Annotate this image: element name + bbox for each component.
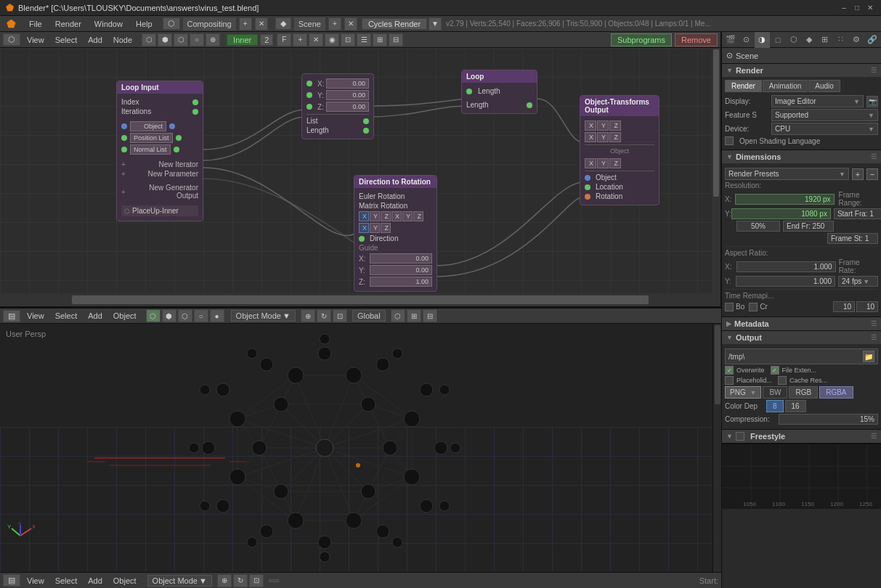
menu-help[interactable]: Help <box>130 18 158 30</box>
bottom-transform-orient[interactable] <box>269 579 279 582</box>
bottom-object[interactable]: Object <box>109 575 141 587</box>
node-extra-btn6[interactable]: ☰ <box>357 33 371 46</box>
border-checkbox[interactable] <box>725 303 734 311</box>
bottom-select[interactable]: Select <box>51 575 82 587</box>
end-frame-field[interactable]: End Fr: 250 <box>783 221 834 232</box>
node-extra-btn2[interactable]: + <box>293 33 307 46</box>
editor1-type-btn[interactable]: ⬡ <box>163 17 180 30</box>
rp-tab-render[interactable]: 🎬 <box>723 32 739 48</box>
vp-v-thumb[interactable] <box>715 325 720 404</box>
bottom-btn2[interactable]: ↻ <box>233 574 248 587</box>
dr-y-val[interactable]: 0.00 <box>370 265 432 275</box>
poslist-field[interactable]: Position List <box>130 133 173 143</box>
vp-btn3[interactable]: ⊡ <box>333 309 347 322</box>
feature-set-dropdown[interactable]: Supported ▼ <box>771 109 878 121</box>
vp-mode-btn4[interactable]: ○ <box>194 309 208 322</box>
dr-x3[interactable]: X <box>359 223 369 233</box>
dr-y2[interactable]: Y <box>402 211 413 221</box>
res-x-input[interactable] <box>735 194 835 205</box>
rp-tab-constraints[interactable]: 🔗 <box>864 32 880 48</box>
color-bw-btn[interactable]: BW <box>763 386 787 399</box>
dimensions-section-header[interactable]: ▼ Dimensions ☰ <box>722 150 881 163</box>
editor1-close-btn[interactable]: ✕ <box>255 17 268 30</box>
object-field[interactable]: Object <box>130 121 166 131</box>
aspect-x-input[interactable] <box>736 261 836 272</box>
node-loop-input[interactable]: Loop Input Index Iterations <box>116 81 203 221</box>
node-v-scrollbar[interactable] <box>712 48 720 293</box>
xyz-x-val[interactable]: 0.00 <box>326 78 369 89</box>
editor2-add-btn[interactable]: + <box>328 17 341 30</box>
dr-y3[interactable]: Y <box>370 223 380 233</box>
time-remap-new[interactable] <box>856 301 878 312</box>
overwrite-checkbox[interactable]: ✓ <box>725 366 734 375</box>
time-remap-old[interactable] <box>833 301 855 312</box>
res-y-input[interactable] <box>731 208 831 219</box>
node-extra-btn4[interactable]: ◉ <box>325 33 339 46</box>
vp-btn2[interactable]: ↻ <box>317 309 331 322</box>
node-v-scrollbar-thumb[interactable] <box>713 49 719 197</box>
vp-mode-btn5[interactable]: ● <box>210 309 224 322</box>
normlist-field[interactable]: Normal List <box>130 144 171 155</box>
vp-mode-btn3[interactable]: ⬡ <box>178 309 192 322</box>
menu-window[interactable]: Window <box>89 18 129 30</box>
vp-select-menu[interactable]: Select <box>51 310 82 322</box>
vp-view-menu[interactable]: View <box>23 310 49 322</box>
tab-audio[interactable]: Audio <box>808 80 840 92</box>
vp-transform-orientation[interactable]: Global <box>352 310 386 322</box>
rp-tab-texture[interactable]: ⊞ <box>818 32 833 48</box>
metadata-menu[interactable]: ☰ <box>871 320 877 327</box>
output-section-header[interactable]: ▼ Output ☰ <box>722 331 881 344</box>
render-presets-minus[interactable]: − <box>866 168 878 180</box>
node-extra-btn3[interactable]: ✕ <box>309 33 323 46</box>
bottom-btn3[interactable]: ⊡ <box>249 574 264 587</box>
node-row-placeup[interactable]: ⬡ PlaceUp-Inner <box>121 205 198 216</box>
vp-extra-btn2[interactable]: ⊞ <box>407 309 421 322</box>
dimensions-menu[interactable]: ☰ <box>871 153 877 160</box>
rp-tab-mesh[interactable]: ⬡ <box>786 32 801 48</box>
node-btn3[interactable]: ⬡ <box>174 33 188 46</box>
fps-dropdown[interactable]: 24 fps ▼ <box>838 276 878 287</box>
vp-add-menu[interactable]: Add <box>84 310 107 322</box>
node-group-num[interactable]: 2 <box>260 34 273 46</box>
editor1-add-btn[interactable]: + <box>239 17 252 30</box>
tab-animation[interactable]: Animation <box>763 80 808 92</box>
freestyle-menu[interactable]: ☰ <box>871 433 877 440</box>
vp-v-scrollbar[interactable] <box>712 324 721 588</box>
vp-mode-btn2[interactable]: ⬢ <box>162 309 176 322</box>
node-editor-type-btn[interactable]: ⬡ <box>3 33 20 46</box>
node-canvas[interactable]: Loop Input Index Iterations <box>0 48 720 293</box>
node-add-menu[interactable]: Add <box>84 34 107 46</box>
color-depth-8-btn[interactable]: 8 <box>766 400 784 412</box>
dr-z2[interactable]: Z <box>413 211 423 221</box>
render-presets-dropdown[interactable]: Render Presets ▼ <box>725 168 849 180</box>
editor2-type-btn[interactable]: ◆ <box>275 17 291 30</box>
output-menu[interactable]: ☰ <box>871 334 877 341</box>
rp-tab-material[interactable]: ◆ <box>802 32 817 48</box>
menu-file[interactable]: File <box>23 18 48 30</box>
render-engine-badge[interactable]: Cycles Render <box>362 18 427 30</box>
xyz-y-val[interactable]: 0.00 <box>326 90 369 100</box>
remove-btn[interactable]: Remove <box>675 33 718 46</box>
dr-y1[interactable]: Y <box>370 211 380 221</box>
rp-tab-physics[interactable]: ⚙ <box>849 32 864 48</box>
file-ext-checkbox[interactable]: ✓ <box>771 366 779 375</box>
start-frame-field[interactable]: Start Fra: 1 <box>834 208 881 219</box>
bottom-btn1[interactable]: ⊕ <box>217 574 232 587</box>
node-btn1[interactable]: ⬡ <box>142 33 156 46</box>
dr-x2[interactable]: X <box>391 211 402 221</box>
color-rgb-btn[interactable]: RGB <box>789 386 818 399</box>
render-engine-dropdown[interactable]: ▼ <box>429 17 442 30</box>
cache-checkbox[interactable] <box>778 376 787 385</box>
render-section-menu[interactable]: ☰ <box>871 67 877 74</box>
display-camera-btn[interactable]: 📷 <box>866 96 878 107</box>
placeholder-checkbox[interactable] <box>725 376 734 385</box>
color-rgba-btn[interactable]: RGBA <box>819 386 853 399</box>
viewport-type-btn[interactable]: ▤ <box>3 310 20 322</box>
xyz-z-val[interactable]: 0.00 <box>326 102 369 112</box>
output-path-value[interactable]: /tmp\ <box>728 353 860 361</box>
node-select-menu[interactable]: Select <box>51 34 82 46</box>
node-extra-btn7[interactable]: ⊞ <box>373 33 387 46</box>
editor2-close-btn[interactable]: ✕ <box>344 17 357 30</box>
frame-step-field[interactable]: Frame St: 1 <box>827 233 878 244</box>
bottom-view[interactable]: View <box>23 575 49 587</box>
